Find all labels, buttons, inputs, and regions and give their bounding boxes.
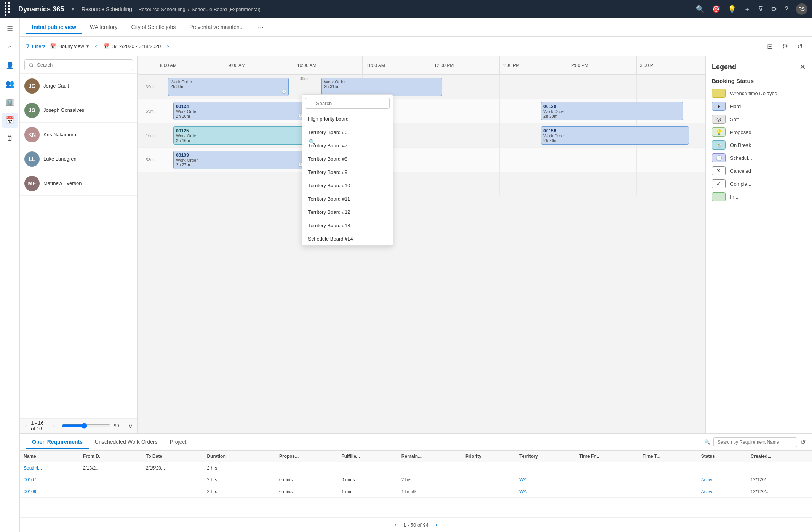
work-block-joseph-2[interactable]: 00138 Work Order 2h 20m [541,102,683,120]
cell-dur-00109: 2 hrs [203,486,275,498]
work-block-joseph-1[interactable]: 00134 Work Order 2h 16m 🕐 [173,102,305,120]
resource-search-input[interactable] [24,59,133,70]
sidebar-calendar-icon[interactable]: 📅 [2,113,18,128]
bottom-next-button[interactable]: › [433,521,440,529]
col-territory: Territory [516,451,575,462]
calendar-view-icon: 📅 [50,43,56,49]
zoom-slider[interactable] [62,423,111,429]
tabs-bar: Initial public view WA territory City of… [20,18,812,37]
refresh-button[interactable]: ↺ [794,41,806,52]
gantt-slot-m6 [568,172,637,196]
lightbulb-icon[interactable]: 💡 [728,5,736,13]
gantt-slots-matthew [157,172,705,196]
filters-button[interactable]: ⊽ Filters [26,43,45,49]
brand-dropdown-arrow[interactable]: ▾ [72,6,74,12]
board-selector-dropdown: 🔍 High priority board Territory Board #6… [302,94,393,246]
help-icon[interactable]: ? [785,5,788,13]
sidebar-menu-icon[interactable]: ☰ [2,21,18,37]
work-block-kris-1[interactable]: 00125 Work Order 2h 16m 🍵 [173,126,321,145]
dropdown-item-territory-9[interactable]: Territory Board #9 [302,166,393,179]
tab-seattle-jobs[interactable]: City of Seattle jobs [125,21,182,34]
list-view-button[interactable]: ⊟ [764,41,776,52]
cell-ful-southri [337,462,397,474]
work-block-jorge-1[interactable]: Work Order 2h 38m 🕐 [168,78,289,96]
resource-search-container [20,56,137,74]
grid-settings-button[interactable]: ⚙ [779,41,791,52]
link-00109[interactable]: 00109 [24,489,36,494]
bottom-tab-project[interactable]: Project [164,436,193,449]
link-wa-00107[interactable]: WA [519,477,527,483]
dropdown-item-territory-6[interactable]: Territory Board #6 [302,126,393,139]
sidebar-group-icon[interactable]: 👥 [2,76,18,91]
view-dropdown-button[interactable]: 📅 Hourly view ▾ [50,43,89,49]
work-block-jorge-2[interactable]: Work Order 2h 31m [321,78,442,96]
page-next-button[interactable]: › [52,422,56,430]
link-status-00107[interactable]: Active [701,477,714,483]
tab-wa-territory[interactable]: WA territory [84,21,124,34]
link-00107[interactable]: 00107 [24,477,36,483]
bottom-pagination: ‹ 1 - 50 of 94 › [20,517,812,532]
settings-icon[interactable]: ⚙ [771,5,777,13]
tabs-more-button[interactable]: ··· [254,21,267,33]
resource-name-jorge[interactable]: Jorge Gault [43,83,69,89]
resource-name-matthew[interactable]: Matthew Everson [43,180,82,186]
bottom-panel: Open Requirements Unscheduled Work Order… [20,433,812,532]
bottom-pagination-text: 1 - 50 of 94 [403,522,428,528]
date-next-button[interactable]: › [165,41,170,51]
dropdown-search-input[interactable] [305,98,390,109]
filter-icon[interactable]: ⊽ [758,5,763,13]
page-prev-button[interactable]: ‹ [24,422,28,430]
legend-close-button[interactable]: ✕ [799,62,806,72]
sidebar-user-icon[interactable]: 👤 [2,58,18,73]
target-icon[interactable]: 🎯 [712,5,720,13]
dropdown-item-territory-8[interactable]: Territory Board #8 [302,152,393,166]
bottom-tab-unscheduled-work-orders[interactable]: Unscheduled Work Orders [89,436,164,449]
bottom-refresh-button[interactable]: ↺ [800,438,806,446]
date-prev-button[interactable]: ‹ [94,41,99,51]
dropdown-item-schedule-board-14[interactable]: Schedule Board #14 [302,232,393,245]
dropdown-item-territory-10[interactable]: Territory Board #10 [302,179,393,192]
bottom-search-input[interactable] [713,437,797,447]
cell-prop-00107: 0 mins [275,474,337,486]
sidebar-home-icon[interactable]: ⌂ [2,40,18,55]
user-avatar[interactable]: RS [796,3,807,15]
app-launcher-button[interactable] [5,2,12,16]
col-to-date: To Date [142,451,203,462]
zoom-toggle-button[interactable]: ∨ [128,422,133,430]
link-southri[interactable]: Southri... [24,465,42,471]
breadcrumb-part1[interactable]: Resource Scheduling [138,6,185,12]
work-block-kris-2[interactable]: 00158 Work Order 2h 26m [541,126,689,145]
gantt-slot-m4 [431,172,500,196]
sort-icon-duration[interactable]: ↑ [229,454,231,459]
resource-name-joseph[interactable]: Joseph Gonsalves [43,107,84,113]
gantt-slot-l7 [637,148,705,172]
resource-name-kris[interactable]: Kris Nakamura [43,132,76,137]
tab-initial-public-view[interactable]: Initial public view [26,21,82,34]
link-wa-00109[interactable]: WA [519,489,527,494]
sidebar-calendar2-icon[interactable]: 🗓 [2,131,18,146]
bottom-table-container: Name From D... To Date Duration ↑ Propos… [20,451,812,517]
dropdown-item-territory-13[interactable]: Territory Board #13 [302,219,393,232]
time-col-2pm: 2:00 PM [568,56,637,75]
gantt-slot-k4 [431,123,500,147]
bottom-tab-open-requirements[interactable]: Open Requirements [26,436,89,449]
link-status-00109[interactable]: Active [701,489,714,494]
dropdown-item-territory-12[interactable]: Territory Board #12 [302,205,393,219]
add-icon[interactable]: ＋ [744,5,751,14]
cell-ter-southri [516,462,575,474]
col-proposed: Propos... [275,451,337,462]
legend-label-soft: Soft [730,116,739,122]
dropdown-item-territory-11[interactable]: Territory Board #11 [302,192,393,205]
dropdown-item-high-priority[interactable]: High priority board [302,112,393,126]
legend-label-canceled: Canceled [730,168,751,174]
cell-rem-southri [398,462,462,474]
resource-name-luke[interactable]: Luke Lundgren [43,156,77,162]
bottom-prev-button[interactable]: ‹ [392,521,399,529]
tab-preventative[interactable]: Preventative mainten... [183,21,250,34]
sidebar-org-icon[interactable]: 🏢 [2,94,18,110]
app-brand[interactable]: Dynamics 365 [18,5,64,13]
work-block-luke-1[interactable]: 00133 Work Order 2h 27m 🕐 [173,151,305,169]
search-icon[interactable]: 🔍 [696,5,704,13]
cell-rem-00109: 1 hr 59 [398,486,462,498]
dropdown-item-territory-7[interactable]: Territory Board #7 [302,139,393,152]
